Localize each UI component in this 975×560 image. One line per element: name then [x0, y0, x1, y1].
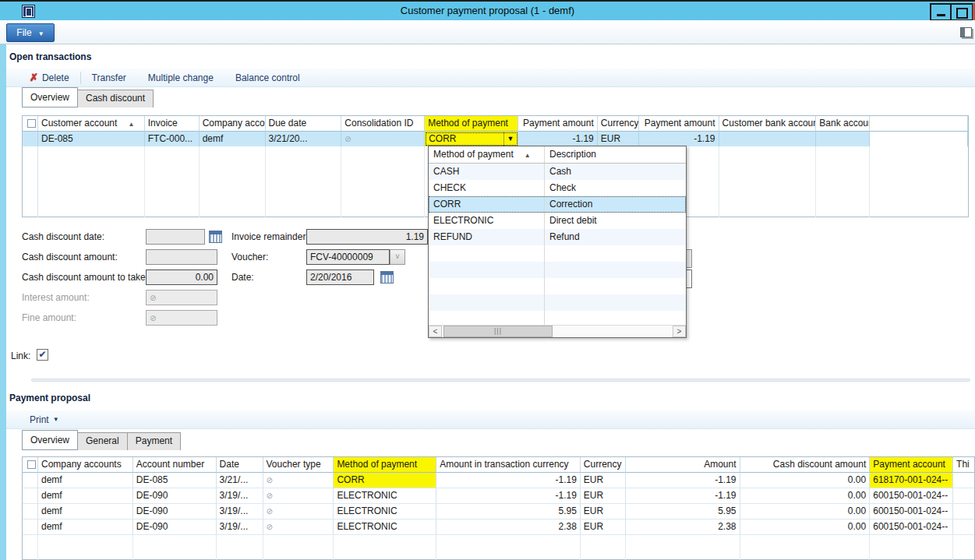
payment-proposal-title: Payment proposal — [9, 393, 90, 403]
file-menu-button[interactable]: File▼ — [6, 23, 55, 42]
method-of-payment-combo[interactable]: CORR ▼ — [425, 132, 518, 146]
cash-discount-amount-to-take-label: Cash discount amount to take: — [22, 269, 148, 285]
cash-discount-amount-label: Cash discount amount: — [22, 249, 118, 265]
voucher-label: Voucher: — [231, 249, 268, 265]
table-row[interactable]: demf DE-090 3/19/... ⊘ ELECTRONIC 5.95 E… — [23, 504, 974, 519]
cell-invoice: FTC-000... — [145, 132, 200, 146]
dropdown-option-electronic[interactable]: ELECTRONIC Direct debit — [429, 213, 686, 229]
col-method-of-payment[interactable]: Method of payment — [425, 116, 518, 132]
minimize-icon[interactable] — [930, 3, 952, 21]
col-currency[interactable]: Currency — [598, 116, 639, 132]
multiple-change-button[interactable]: Multiple change — [137, 72, 224, 83]
col-payment-amount[interactable]: Payment amount — [518, 116, 598, 132]
col-customer-account[interactable]: Customer account▲ — [38, 116, 145, 132]
dropdown-option-check[interactable]: CHECK Check — [429, 180, 686, 196]
table-row[interactable]: demf DE-085 3/21/... ⊘ CORR -1.19 EUR -1… — [23, 473, 974, 488]
cell-company-accounts: demf — [200, 132, 266, 146]
chevron-down-icon: ▼ — [38, 30, 44, 37]
col-payment-amount-2[interactable]: Payment amount — [639, 116, 719, 132]
tab-overview-2[interactable]: Overview — [22, 430, 78, 450]
col-filler — [870, 116, 968, 132]
col-method-of-payment[interactable]: Method of payment — [334, 457, 436, 473]
sort-ascending-icon: ▲ — [128, 121, 134, 128]
transfer-button[interactable]: Transfer — [81, 72, 137, 83]
dropdown-option-refund[interactable]: REFUND Refund — [429, 229, 686, 245]
cash-discount-amount-to-take-field[interactable]: 0.00 — [146, 269, 217, 285]
tab-general[interactable]: General — [78, 432, 128, 450]
col-currency[interactable]: Currency — [581, 457, 626, 473]
chevron-down-icon[interactable]: ▼ — [503, 132, 517, 146]
col-due-date[interactable]: Due date — [266, 116, 342, 132]
balance-control-button[interactable]: Balance control — [224, 72, 311, 83]
col-truncated[interactable]: Thi — [953, 457, 974, 473]
col-cash-discount-amount[interactable]: Cash discount amount — [740, 457, 871, 473]
cell-payment-account-highlighted: 618170-001-024-- — [870, 473, 953, 488]
dropdown-col-description[interactable]: Description — [545, 146, 686, 163]
scrollbar-thumb[interactable]: ||| — [443, 326, 553, 337]
dropdown-option-cash[interactable]: CASH Cash — [429, 164, 686, 180]
cash-discount-date-label: Cash discount date: — [22, 229, 104, 245]
no-value-icon: ⊘ — [267, 507, 273, 516]
col-date[interactable]: Date — [217, 457, 263, 473]
delete-icon: ✗ — [30, 72, 38, 83]
dropdown-option-corr-selected[interactable]: CORR Correction — [429, 196, 686, 213]
cash-discount-date-field[interactable] — [146, 229, 205, 245]
dropdown-empty-row — [429, 278, 686, 294]
col-customer-bank-account[interactable]: Customer bank account — [719, 116, 817, 132]
scrollbar-track[interactable]: ||| — [442, 326, 673, 337]
col-company-accounts[interactable]: Company accounts — [38, 457, 133, 473]
link-label: Link: — [11, 348, 30, 364]
select-all-cell — [23, 457, 38, 473]
no-value-icon: ⊘ — [267, 491, 273, 500]
col-voucher-type[interactable]: Voucher type — [263, 457, 334, 473]
open-transactions-toolbar: ✗ Delete Transfer Multiple change Balanc… — [6, 68, 975, 87]
calendar-icon[interactable] — [380, 271, 394, 284]
section-splitter[interactable] — [31, 379, 970, 382]
col-amount[interactable]: Amount — [626, 457, 740, 473]
invoice-remainder-field: 1.19 — [306, 229, 428, 245]
select-all-cell — [23, 116, 38, 132]
tab-payment[interactable]: Payment — [128, 432, 181, 450]
cell-method-highlighted: CORR — [334, 473, 436, 488]
col-payment-account[interactable]: Payment account — [870, 457, 953, 473]
dropdown-col-method[interactable]: Method of payment▲ — [429, 146, 545, 163]
print-button[interactable]: Print ▼ — [19, 414, 70, 425]
layout-icon[interactable] — [960, 27, 972, 37]
table-row[interactable]: demf DE-090 3/19/... ⊘ ELECTRONIC -1.19 … — [23, 488, 974, 504]
dropdown-empty-row — [429, 262, 686, 278]
cell-customer-bank-account — [719, 132, 817, 146]
date-field[interactable]: 2/20/2016 — [306, 269, 374, 285]
window-left-border — [0, 44, 6, 560]
tab-cash-discount[interactable]: Cash discount — [78, 90, 154, 107]
calendar-icon[interactable] — [209, 231, 222, 243]
select-all-checkbox[interactable] — [27, 460, 36, 469]
cell-payment-amount: -1.19 — [518, 132, 598, 146]
interest-amount-field: ⊘ — [146, 290, 217, 305]
scroll-right-icon[interactable]: > — [673, 326, 686, 337]
grid-header: Customer account▲ Invoice Company accoun… — [23, 116, 968, 132]
col-consolidation-id[interactable]: Consolidation ID — [341, 116, 425, 132]
col-amount-transaction-currency[interactable]: Amount in transaction currency — [436, 457, 581, 473]
col-company-accounts[interactable]: Company accounts — [200, 116, 266, 132]
no-value-icon: ⊘ — [150, 294, 156, 302]
dropdown-header: Method of payment▲ Description — [429, 146, 686, 164]
cash-discount-amount-field[interactable] — [146, 249, 217, 265]
voucher-field[interactable]: FCV-40000009 — [306, 249, 390, 265]
no-value-icon: ⊘ — [150, 314, 156, 322]
horizontal-scrollbar: < ||| > — [429, 325, 686, 337]
link-checkbox[interactable]: ✔ — [37, 349, 48, 361]
maximize-icon[interactable] — [952, 3, 973, 21]
cell-payment-amount-2: -1.19 — [639, 132, 719, 146]
chevron-down-icon: ▼ — [53, 416, 59, 423]
select-all-checkbox[interactable] — [27, 119, 36, 128]
col-account-number[interactable]: Account number — [133, 457, 217, 473]
table-row[interactable]: DE-085 FTC-000... demf 3/21/20... ⊘ CORR… — [23, 132, 968, 146]
payment-proposal-tabs: Overview General Payment — [22, 430, 181, 450]
delete-button[interactable]: ✗ Delete — [19, 72, 80, 83]
voucher-dropdown-button[interactable]: ˅ — [390, 249, 405, 265]
col-invoice[interactable]: Invoice — [145, 116, 200, 132]
tab-overview[interactable]: Overview — [22, 87, 78, 107]
table-row[interactable]: demf DE-090 3/19/... ⊘ ELECTRONIC 2.38 E… — [23, 519, 974, 535]
scroll-left-icon[interactable]: < — [429, 326, 442, 337]
col-bank-account[interactable]: Bank account — [816, 116, 870, 132]
